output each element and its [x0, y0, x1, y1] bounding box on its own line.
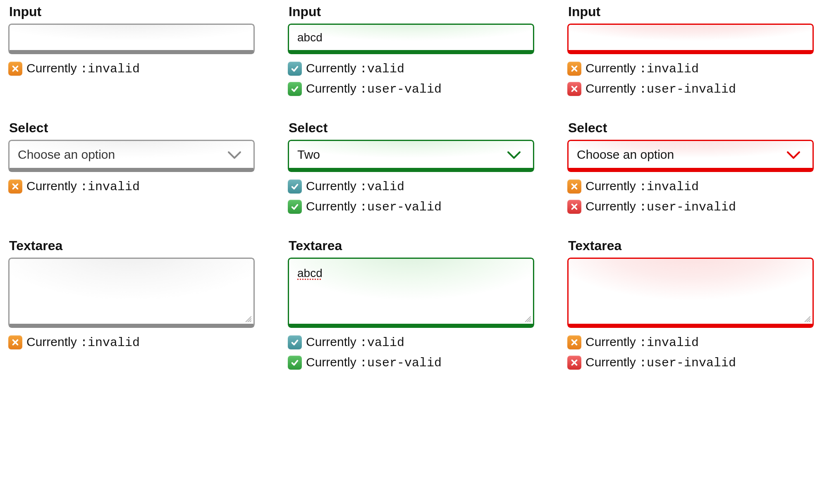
pseudo-class: :invalid: [639, 180, 699, 194]
status-prefix: Currently: [585, 81, 639, 95]
status-prefix: Currently: [306, 335, 360, 349]
input-example-1: Input Currently :invalid: [8, 4, 255, 98]
x-icon: [567, 62, 581, 76]
status-text: Currently :user-invalid: [585, 354, 736, 372]
x-icon: [8, 179, 22, 193]
status-line: Currently :valid: [288, 334, 534, 351]
status-prefix: Currently: [585, 179, 639, 193]
check-icon: [288, 356, 302, 370]
status-line: Currently :valid: [288, 178, 534, 196]
status-text: Currently :invalid: [26, 178, 140, 196]
check-icon: [288, 82, 302, 96]
status-text: Currently :invalid: [585, 60, 699, 78]
textarea-content: abcd: [297, 267, 323, 279]
input-example-3: Input Currently :invalid Currently :user…: [567, 4, 814, 98]
textarea[interactable]: [8, 258, 255, 328]
select-value: Choose an option: [18, 148, 226, 162]
status-line: Currently :invalid: [567, 178, 814, 196]
x-icon: [567, 82, 581, 96]
check-icon: [288, 200, 302, 214]
status-text: Currently :valid: [306, 60, 404, 78]
status-line: Currently :invalid: [8, 334, 255, 351]
chevron-down-icon: [785, 150, 802, 160]
status-line: Currently :valid: [288, 60, 534, 78]
x-icon: [567, 179, 581, 193]
status-prefix: Currently: [306, 61, 360, 75]
input-label: Input: [289, 4, 534, 19]
status-prefix: Currently: [306, 355, 360, 369]
select-label: Select: [9, 120, 255, 136]
pseudo-class: :valid: [360, 180, 404, 194]
status-text: Currently :valid: [306, 178, 404, 196]
status-text: Currently :user-valid: [306, 198, 442, 216]
pseudo-class: :user-invalid: [639, 82, 736, 96]
select-example-2: Select Two Currently :valid Currently :u…: [288, 120, 534, 215]
status-text: Currently :valid: [306, 334, 404, 351]
status-line: Currently :user-valid: [288, 354, 534, 372]
x-icon: [567, 200, 581, 214]
status-prefix: Currently: [585, 199, 639, 213]
pseudo-class: :invalid: [80, 62, 140, 76]
status-list: Currently :invalid: [8, 334, 255, 351]
textarea-example-2: Textarea abcd Currently :valid Currently…: [288, 238, 534, 371]
status-list: Currently :invalid Currently :user-inval…: [567, 334, 814, 371]
pseudo-class: :invalid: [639, 336, 699, 350]
text-input[interactable]: [288, 24, 534, 54]
input-label: Input: [568, 4, 814, 19]
textarea[interactable]: abcd: [288, 258, 534, 328]
select-example-1: Select Choose an option Currently :inval…: [8, 120, 255, 215]
pseudo-class: :user-valid: [360, 82, 442, 96]
status-prefix: Currently: [26, 61, 80, 75]
select-dropdown[interactable]: Choose an option: [8, 140, 255, 172]
select-example-3: Select Choose an option Currently :inval…: [567, 120, 814, 215]
status-line: Currently :user-valid: [288, 198, 534, 216]
status-list: Currently :invalid Currently :user-inval…: [567, 60, 814, 98]
pseudo-class: :invalid: [80, 336, 140, 350]
status-prefix: Currently: [306, 179, 360, 193]
status-text: Currently :invalid: [585, 178, 699, 196]
chevron-down-icon: [226, 150, 243, 160]
textarea-example-3: Textarea Currently :invalid Currently :u…: [567, 238, 814, 371]
pseudo-class: :user-valid: [360, 356, 442, 370]
textarea[interactable]: [567, 258, 814, 328]
status-text: Currently :invalid: [585, 334, 699, 351]
status-prefix: Currently: [26, 179, 80, 193]
pseudo-class: :invalid: [80, 180, 140, 194]
status-list: Currently :invalid Currently :user-inval…: [567, 178, 814, 215]
select-value: Two: [297, 148, 506, 162]
status-list: Currently :invalid: [8, 178, 255, 196]
check-icon: [288, 62, 302, 76]
status-list: Currently :valid Currently :user-valid: [288, 334, 534, 371]
status-prefix: Currently: [306, 81, 360, 95]
text-input[interactable]: [8, 24, 255, 54]
x-icon: [8, 62, 22, 76]
textarea-label: Textarea: [568, 238, 814, 253]
status-line: Currently :user-invalid: [567, 198, 814, 216]
pseudo-class: :user-invalid: [639, 200, 736, 214]
status-prefix: Currently: [306, 199, 360, 213]
input-label: Input: [9, 4, 255, 19]
status-list: Currently :valid Currently :user-valid: [288, 60, 534, 98]
pseudo-class: :valid: [360, 336, 404, 350]
pseudo-class: :user-valid: [360, 200, 442, 214]
status-text: Currently :user-valid: [306, 80, 442, 98]
text-input[interactable]: [567, 24, 814, 54]
status-line: Currently :user-invalid: [567, 354, 814, 372]
status-line: Currently :invalid: [8, 178, 255, 196]
select-value: Choose an option: [577, 148, 785, 162]
pseudo-class: :invalid: [639, 62, 699, 76]
check-icon: [288, 335, 302, 349]
select-dropdown[interactable]: Choose an option: [567, 140, 814, 172]
status-text: Currently :user-invalid: [585, 80, 736, 98]
status-line: Currently :user-valid: [288, 80, 534, 98]
check-icon: [288, 179, 302, 193]
x-icon: [567, 356, 581, 370]
select-dropdown[interactable]: Two: [288, 140, 534, 172]
status-text: Currently :user-invalid: [585, 198, 736, 216]
status-line: Currently :invalid: [567, 60, 814, 78]
status-prefix: Currently: [585, 335, 639, 349]
input-example-2: Input Currently :valid Currently :user-v…: [288, 4, 534, 98]
status-line: Currently :invalid: [8, 60, 255, 78]
status-text: Currently :user-valid: [306, 354, 442, 372]
status-prefix: Currently: [585, 355, 639, 369]
